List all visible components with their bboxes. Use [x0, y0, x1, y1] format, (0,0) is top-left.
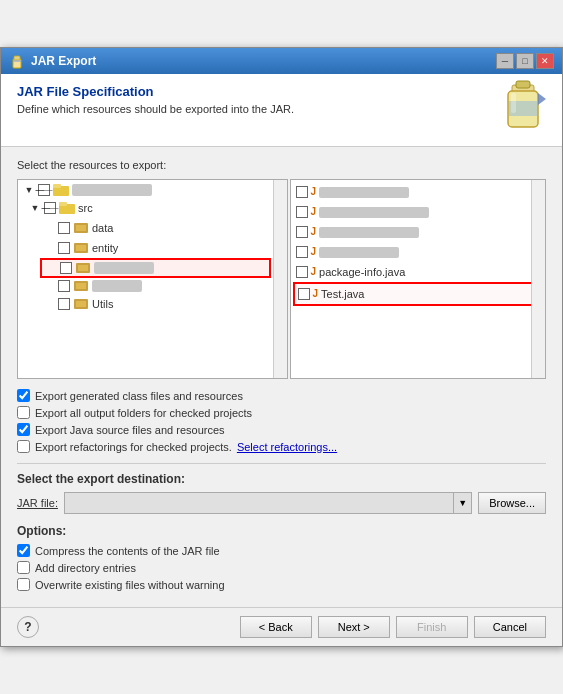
expand-icon[interactable]: ▼ — [22, 183, 36, 197]
jar-file-input[interactable] — [65, 493, 453, 513]
cancel-button[interactable]: Cancel — [474, 616, 546, 638]
java-icon: J — [311, 223, 317, 241]
title-bar: JAR Export ─ □ ✕ — [1, 48, 562, 74]
tree-item-label: Utils — [92, 295, 113, 313]
close-button[interactable]: ✕ — [536, 53, 554, 69]
footer: ? < Back Next > Finish Cancel — [1, 607, 562, 646]
export-refactoring-option: Export refactorings for checked projects… — [17, 440, 546, 453]
overwrite-checkbox[interactable] — [17, 578, 30, 591]
compress-option: Compress the contents of the JAR file — [17, 544, 546, 557]
jar-file-label: JAR file: — [17, 497, 58, 509]
package-icon — [75, 261, 91, 275]
svg-rect-14 — [76, 225, 86, 231]
tree-row[interactable]: entity — [40, 238, 271, 258]
options-label: Options: — [17, 524, 546, 538]
right-tree-row[interactable]: J — [293, 182, 544, 202]
tree-checkbox[interactable] — [296, 186, 308, 198]
destination-row: JAR file: ▼ Browse... — [17, 492, 546, 514]
right-tree-panel[interactable]: J J J J — [290, 179, 547, 379]
right-scrollbar[interactable] — [531, 180, 545, 378]
tree-row[interactable]: ▼ — src — [26, 198, 271, 218]
expand-spacer — [42, 297, 56, 311]
package-icon — [73, 221, 89, 235]
divider1 — [17, 463, 546, 464]
tree-checkbox[interactable] — [58, 222, 70, 234]
svg-rect-12 — [59, 202, 67, 206]
main-content: Select the resources to export: ▼ — — [1, 147, 562, 607]
right-tree-row[interactable]: J package-info.java — [293, 262, 544, 282]
add-directory-checkbox[interactable] — [17, 561, 30, 574]
overwrite-label: Overwrite existing files without warning — [35, 579, 225, 591]
browse-button[interactable]: Browse... — [478, 492, 546, 514]
tree-checkbox[interactable] — [58, 280, 70, 292]
right-item-label — [319, 207, 429, 218]
export-refactoring-checkbox[interactable] — [17, 440, 30, 453]
java-icon: J — [311, 183, 317, 201]
svg-rect-20 — [76, 283, 86, 289]
tree-panels: ▼ — ▼ — src — [17, 179, 546, 379]
java-icon: J — [311, 263, 317, 281]
scrollbar[interactable] — [273, 180, 287, 378]
java-icon: J — [311, 243, 317, 261]
tree-item-label: src — [78, 199, 93, 217]
compress-label: Compress the contents of the JAR file — [35, 545, 220, 557]
tree-checkbox[interactable] — [58, 298, 70, 310]
maximize-button[interactable]: □ — [516, 53, 534, 69]
minimize-button[interactable]: ─ — [496, 53, 514, 69]
back-button[interactable]: < Back — [240, 616, 312, 638]
expand-spacer — [42, 221, 56, 235]
right-tree-row[interactable]: J — [293, 222, 544, 242]
tree-checkbox[interactable] — [296, 226, 308, 238]
help-button[interactable]: ? — [17, 616, 39, 638]
jar-file-input-combo[interactable]: ▼ — [64, 492, 472, 514]
tree-item-label — [72, 184, 152, 196]
svg-rect-1 — [14, 56, 20, 60]
svg-rect-2 — [13, 60, 21, 62]
tree-checkbox[interactable] — [296, 206, 308, 218]
compress-checkbox[interactable] — [17, 544, 30, 557]
header-text: JAR File Specification Define which reso… — [17, 84, 490, 125]
right-tree-row[interactable]: J — [293, 242, 544, 262]
tree-item-label: data — [92, 219, 113, 237]
tree-checkbox[interactable] — [298, 288, 310, 300]
export-output-label: Export all output folders for checked pr… — [35, 407, 252, 419]
dialog-title: JAR File Specification — [17, 84, 490, 99]
expand-icon[interactable]: ▼ — [28, 201, 42, 215]
export-source-label: Export Java source files and resources — [35, 424, 225, 436]
tree-checkbox[interactable]: — — [44, 202, 56, 214]
right-item-label — [319, 247, 399, 258]
tree-checkbox[interactable] — [296, 266, 308, 278]
tree-row[interactable]: Utils — [40, 294, 271, 314]
right-tree-row-highlighted[interactable]: J Test.java — [293, 282, 544, 306]
tree-checkbox[interactable] — [296, 246, 308, 258]
export-source-checkbox[interactable] — [17, 423, 30, 436]
right-item-label: package-info.java — [319, 263, 405, 281]
tree-checkbox[interactable] — [58, 242, 70, 254]
finish-button[interactable]: Finish — [396, 616, 468, 638]
svg-rect-7 — [516, 81, 530, 88]
jar-title-icon — [9, 53, 25, 69]
title-bar-left: JAR Export — [9, 53, 96, 69]
right-tree-row[interactable]: J — [293, 202, 544, 222]
export-class-option: Export generated class files and resourc… — [17, 389, 546, 402]
svg-marker-8 — [538, 93, 546, 105]
tree-row[interactable] — [40, 278, 271, 294]
next-button[interactable]: Next > — [318, 616, 390, 638]
select-refactorings-link[interactable]: Select refactorings... — [237, 441, 337, 453]
dropdown-button[interactable]: ▼ — [453, 493, 471, 513]
tree-row-highlighted[interactable] — [40, 258, 271, 278]
title-text: JAR Export — [31, 54, 96, 68]
resources-label: Select the resources to export: — [17, 159, 546, 171]
export-class-label: Export generated class files and resourc… — [35, 390, 243, 402]
left-tree-panel[interactable]: ▼ — ▼ — src — [17, 179, 288, 379]
svg-rect-6 — [511, 93, 516, 113]
java-icon: J — [313, 285, 319, 303]
tree-row[interactable]: data — [40, 218, 271, 238]
svg-rect-18 — [78, 265, 88, 271]
tree-checkbox[interactable] — [60, 262, 72, 274]
export-output-checkbox[interactable] — [17, 406, 30, 419]
export-class-checkbox[interactable] — [17, 389, 30, 402]
tree-checkbox[interactable]: — — [38, 184, 50, 196]
tree-row[interactable]: ▼ — — [20, 182, 271, 198]
overwrite-option: Overwrite existing files without warning — [17, 578, 546, 591]
